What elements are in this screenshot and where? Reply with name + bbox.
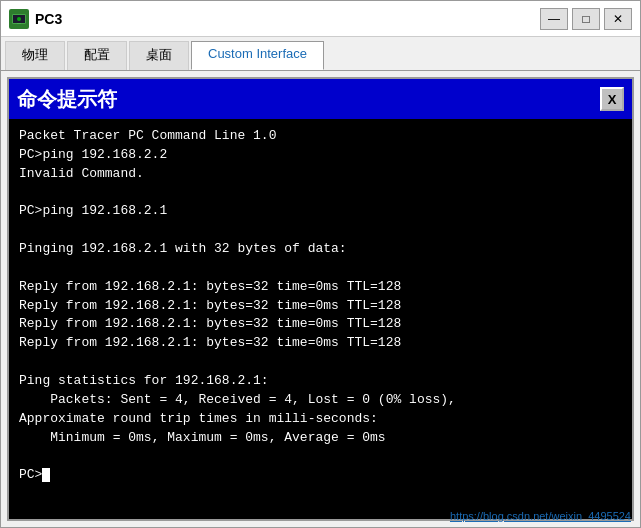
svg-rect-2 — [15, 24, 23, 25]
cmd-output: Packet Tracer PC Command Line 1.0 PC>pin… — [19, 127, 622, 485]
title-bar-left: PC3 — [9, 9, 62, 29]
cmd-close-button[interactable]: X — [600, 87, 624, 111]
tab-bar: 物理 配置 桌面 Custom Interface — [1, 37, 640, 71]
tab-custom-interface[interactable]: Custom Interface — [191, 41, 324, 70]
cmd-cursor — [42, 468, 50, 482]
cmd-title-bar: 命令提示符 X — [9, 79, 632, 119]
close-button[interactable]: ✕ — [604, 8, 632, 30]
title-bar: PC3 — □ ✕ — [1, 1, 640, 37]
watermark: https://blog.csdn.net/weixin_4495524 — [450, 510, 631, 522]
window-title: PC3 — [35, 11, 62, 27]
maximize-button[interactable]: □ — [572, 8, 600, 30]
minimize-button[interactable]: — — [540, 8, 568, 30]
svg-point-4 — [17, 17, 21, 21]
cmd-title: 命令提示符 — [17, 86, 117, 113]
cmd-body[interactable]: Packet Tracer PC Command Line 1.0 PC>pin… — [9, 119, 632, 519]
tab-desktop[interactable]: 桌面 — [129, 41, 189, 70]
tab-physics[interactable]: 物理 — [5, 41, 65, 70]
content-area: 命令提示符 X Packet Tracer PC Command Line 1.… — [1, 71, 640, 527]
tab-config[interactable]: 配置 — [67, 41, 127, 70]
title-controls: — □ ✕ — [540, 8, 632, 30]
main-window: PC3 — □ ✕ 物理 配置 桌面 Custom Interface 命令提示… — [0, 0, 641, 528]
app-icon — [9, 9, 29, 29]
cmd-window: 命令提示符 X Packet Tracer PC Command Line 1.… — [7, 77, 634, 521]
